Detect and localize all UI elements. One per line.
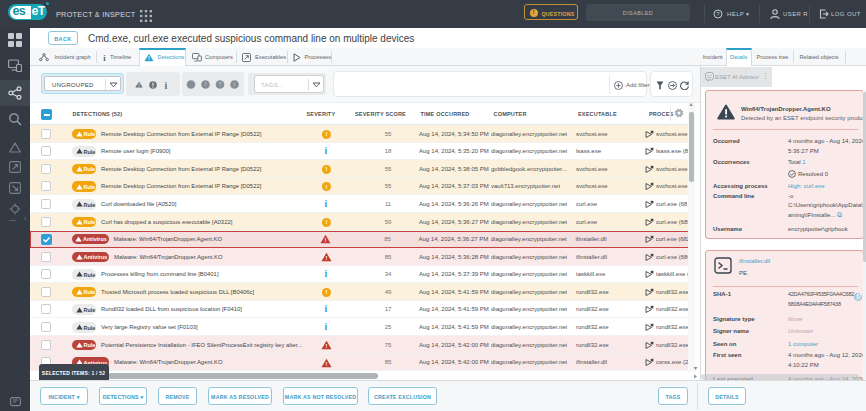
svg-text:!: ! [325, 237, 327, 243]
svg-text:!: ! [325, 255, 327, 261]
svg-text:?: ? [219, 82, 222, 87]
svg-text:i: i [234, 82, 235, 87]
svg-text:!: ! [148, 55, 150, 61]
svg-text:!: ! [325, 343, 327, 349]
svg-text:!: ! [325, 361, 327, 367]
svg-text:i: i [103, 53, 106, 63]
svg-text:?: ? [716, 11, 720, 17]
svg-text:i: i [165, 79, 168, 90]
